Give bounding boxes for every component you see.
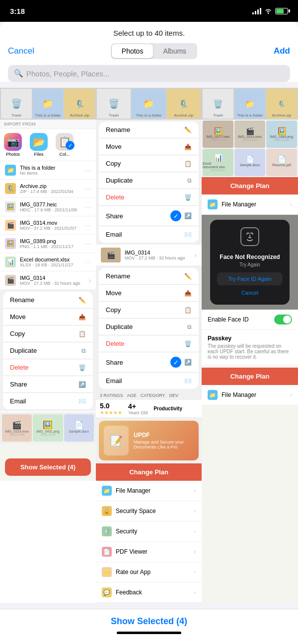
mov-more-icon[interactable]: ··· bbox=[85, 221, 91, 229]
folder-item[interactable]: 📁 This is a folder No items ··· bbox=[0, 161, 96, 180]
c2-cm-email[interactable]: Email ✉️ bbox=[99, 373, 199, 389]
select-notice: Select up to 40 items. bbox=[8, 29, 290, 43]
c2-cm-move[interactable]: Move 📤 bbox=[99, 285, 199, 302]
albums-tab[interactable]: Albums bbox=[153, 44, 196, 58]
ml-security-space[interactable]: 🔒 Security Space › bbox=[96, 501, 202, 521]
heic-item[interactable]: 🖼️ IMG_0377.heic HEIC · 17.6 MB · 2021/1… bbox=[0, 198, 96, 216]
rename-icon: ✏️ bbox=[78, 297, 86, 304]
left-panel: 🗑️ Trash 📁 This is a folder 🗜️ Archive.z… bbox=[0, 88, 96, 603]
show-selected-button[interactable]: Show Selected (4) bbox=[8, 616, 290, 627]
enable-face-id-row[interactable]: Enable Face ID bbox=[202, 310, 298, 330]
change-plan-right2[interactable]: Change Plan bbox=[202, 368, 298, 385]
png-icon: 🖼️ bbox=[5, 238, 16, 249]
img0314-chevron[interactable]: › bbox=[88, 276, 91, 284]
face-id-toggle[interactable] bbox=[274, 315, 292, 324]
col-icon: 📋 Col... ✓ bbox=[56, 133, 74, 157]
photos-icon: 📷 Photos bbox=[4, 133, 22, 157]
file-manager-icon: 📁 bbox=[102, 486, 112, 496]
ml-feedback[interactable]: 💬 Feedback › bbox=[96, 582, 202, 603]
cm-share[interactable]: Share ↗️ bbox=[3, 376, 93, 393]
c2-cm-delete[interactable]: Delete 🗑️ bbox=[99, 335, 199, 352]
cm-duplicate[interactable]: Duplicate ⧉ bbox=[3, 342, 93, 359]
r-sample: 📄 Sample.docx ... bbox=[234, 149, 265, 176]
thumb-folder: 📁 This is a folder bbox=[33, 89, 64, 119]
archive-item[interactable]: 🗜️ Archive.zip ZIP · 17.4 MB · 2022/01/0… bbox=[0, 180, 96, 198]
c2-cm-copy[interactable]: Copy 📋 bbox=[99, 302, 199, 319]
status-icons bbox=[252, 8, 288, 14]
cm-rename[interactable]: Rename ✏️ bbox=[3, 292, 93, 309]
c2-copy-icon: 📋 bbox=[184, 307, 192, 314]
cm-copy[interactable]: Copy 📋 bbox=[3, 325, 93, 342]
cancel-face-id-button[interactable]: Cancel bbox=[217, 288, 283, 298]
png-more-icon[interactable]: ··· bbox=[85, 240, 91, 248]
c-cm-copy[interactable]: Copy 📋 bbox=[99, 155, 199, 172]
folder-more-icon[interactable]: ··· bbox=[85, 166, 91, 174]
c2-cm-rename[interactable]: Rename ✏️ bbox=[99, 268, 199, 285]
wifi-icon bbox=[264, 8, 272, 14]
r-thumb-archive: 🗜️ Archive.zip bbox=[266, 89, 297, 119]
c-cm-delete[interactable]: Delete 🗑️ bbox=[99, 189, 199, 206]
png-item[interactable]: 🖼️ IMG_0389.png PNG · 1.1 MB · 2021/11/1… bbox=[0, 235, 96, 253]
passkey-section: Passkey The passkey will be requested on… bbox=[202, 330, 298, 365]
import-label: IMPORT FROM bbox=[0, 120, 96, 129]
c2-delete-icon: 🗑️ bbox=[184, 340, 192, 347]
c-cm-rename[interactable]: Rename ✏️ bbox=[99, 122, 199, 138]
bottom-bar: Show Selected (4) bbox=[0, 609, 298, 644]
search-bar[interactable]: 🔍 Photos, People, Places... bbox=[8, 65, 290, 82]
img0314-item[interactable]: 🎬 IMG_0314 MOV · 27.2 MB · 32 hours ago … bbox=[0, 271, 96, 290]
xlsx-more-icon[interactable]: ··· bbox=[85, 258, 91, 266]
ml-pdf-viewer[interactable]: 📄 PDF Viewer › bbox=[96, 542, 202, 562]
toggle-knob bbox=[283, 316, 291, 323]
img0314-chevron[interactable]: › bbox=[194, 251, 197, 259]
r-thumb-folder: 📁 This is a folder bbox=[234, 89, 265, 119]
heic-more-icon[interactable]: ··· bbox=[85, 203, 91, 211]
png-text: IMG_0389.png PNG · 1.1 MB · 2021/11/17 bbox=[20, 238, 81, 249]
ml-security[interactable]: 🛡️ Security › bbox=[96, 521, 202, 542]
c-cm-email[interactable]: Email ✉️ bbox=[99, 226, 199, 243]
c-cm-share[interactable]: Share ✓ ↗️ bbox=[99, 206, 199, 226]
change-plan-right[interactable]: Change Plan bbox=[202, 177, 298, 194]
security-icon: 🛡️ bbox=[102, 526, 112, 536]
r-fm-chevron2: › bbox=[290, 391, 292, 398]
ml-sec-chevron: › bbox=[194, 528, 196, 535]
folder-item-text: This is a folder No items bbox=[20, 165, 81, 176]
files-icon: 📂 Files bbox=[30, 133, 48, 157]
face-id-icon bbox=[217, 227, 283, 251]
r-fm-chevron: › bbox=[290, 201, 292, 208]
svg-rect-3 bbox=[260, 8, 261, 14]
img0314-preview-item[interactable]: 🎬 IMG_0314 MOV · 27.2 MB · 32 hours ago … bbox=[96, 245, 202, 266]
folder-item-icon: 📁 bbox=[5, 165, 16, 176]
archive-more-icon[interactable]: ··· bbox=[85, 185, 91, 193]
c-thumb-archive: 🗜️ Archive.zip bbox=[167, 89, 201, 119]
cm-delete[interactable]: Delete 🗑️ bbox=[3, 359, 93, 376]
c2-email-icon: ✉️ bbox=[184, 378, 192, 385]
add-button[interactable]: Add bbox=[274, 46, 290, 56]
c-cm-duplicate[interactable]: Duplicate ⧉ bbox=[99, 172, 199, 189]
change-plan-center[interactable]: Change Plan bbox=[96, 463, 202, 481]
r-file-manager-item2[interactable]: 📁 File Manager › bbox=[202, 385, 298, 405]
ml-rate-app[interactable]: ⭐ Rate our App › bbox=[96, 562, 202, 582]
c-cm-move[interactable]: Move 📤 bbox=[99, 138, 199, 155]
confirm-button[interactable]: Show Selected (4) bbox=[5, 458, 91, 476]
archive-icon: 🗜️ bbox=[5, 183, 16, 194]
ml-file-manager[interactable]: 📁 File Manager › bbox=[96, 481, 202, 501]
c2-cm-share[interactable]: Share ✓ ↗️ bbox=[99, 352, 199, 373]
c-rename-icon: ✏️ bbox=[184, 127, 192, 133]
cancel-button[interactable]: Cancel bbox=[8, 46, 34, 56]
try-face-id-button[interactable]: Try Face ID Again bbox=[217, 272, 283, 285]
copy-icon: 📋 bbox=[78, 330, 86, 337]
r-img-heic: 🖼️ IMG_0377.heic 2021/11/06 bbox=[203, 121, 233, 148]
app-banner-wrapper: 📝 UPDF Manage and Secure your Documents … bbox=[96, 418, 202, 463]
cm-move[interactable]: Move 📤 bbox=[3, 309, 93, 325]
c2-cm-duplicate[interactable]: Duplicate ⧉ bbox=[99, 319, 199, 335]
right-panel-content: 🗑️ Trash 📁 This is a folder 🗜️ Archive.z… bbox=[202, 88, 298, 603]
photos-tab[interactable]: Photos bbox=[112, 44, 153, 58]
thumb-doc: 📄 Sample.docx ... bbox=[64, 414, 94, 442]
mov-text: IMG_0314.mov MOV · 37.2 MB · 2021/01/07 bbox=[20, 220, 81, 231]
svg-rect-0 bbox=[252, 12, 254, 14]
mov-item[interactable]: 🎬 IMG_0314.mov MOV · 37.2 MB · 2021/01/0… bbox=[0, 216, 96, 235]
xlsx-item[interactable]: 📊 Excel document.xlsx XLSX · 18 KB · 202… bbox=[0, 253, 96, 271]
cm-email[interactable]: Email ✉️ bbox=[3, 393, 93, 409]
r-file-manager-item[interactable]: 📁 File Manager › bbox=[202, 194, 298, 215]
c2-rename-icon: ✏️ bbox=[184, 273, 192, 280]
